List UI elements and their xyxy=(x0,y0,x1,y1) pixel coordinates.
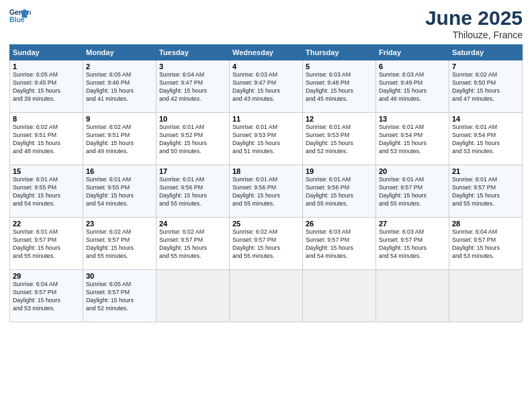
day-number: 25 xyxy=(232,220,300,228)
day-info: Sunrise: 6:01 AM Sunset: 9:57 PM Dayligh… xyxy=(13,228,80,261)
day-cell: 13Sunrise: 6:01 AM Sunset: 9:54 PM Dayli… xyxy=(376,113,449,165)
day-cell: 2Sunrise: 6:05 AM Sunset: 9:46 PM Daylig… xyxy=(83,60,157,113)
day-info: Sunrise: 6:01 AM Sunset: 9:53 PM Dayligh… xyxy=(232,124,300,156)
day-info: Sunrise: 6:03 AM Sunset: 9:57 PM Dayligh… xyxy=(306,228,373,261)
day-info: Sunrise: 6:05 AM Sunset: 9:46 PM Dayligh… xyxy=(86,71,153,103)
day-cell: 25Sunrise: 6:02 AM Sunset: 9:57 PM Dayli… xyxy=(230,218,303,270)
day-info: Sunrise: 6:04 AM Sunset: 9:47 PM Dayligh… xyxy=(159,71,226,103)
col-header-sunday: Sunday xyxy=(10,45,83,60)
day-info: Sunrise: 6:01 AM Sunset: 9:54 PM Dayligh… xyxy=(379,124,446,156)
day-cell: 19Sunrise: 6:01 AM Sunset: 9:56 PM Dayli… xyxy=(303,165,376,218)
week-row-5: 29Sunrise: 6:04 AM Sunset: 9:57 PM Dayli… xyxy=(10,270,523,322)
week-row-3: 15Sunrise: 6:01 AM Sunset: 9:55 PM Dayli… xyxy=(10,165,523,218)
week-row-2: 8Sunrise: 6:02 AM Sunset: 9:51 PM Daylig… xyxy=(10,113,523,165)
day-cell: 14Sunrise: 6:01 AM Sunset: 9:54 PM Dayli… xyxy=(449,113,523,165)
logo: General Blue xyxy=(9,7,31,26)
day-number: 24 xyxy=(159,220,226,228)
calendar-page: General Blue June 2025 Thilouze, France … xyxy=(0,0,532,411)
location-title: Thilouze, France xyxy=(425,30,523,40)
day-cell: 24Sunrise: 6:02 AM Sunset: 9:57 PM Dayli… xyxy=(157,218,230,270)
header: General Blue June 2025 Thilouze, France xyxy=(9,7,523,40)
day-cell: 22Sunrise: 6:01 AM Sunset: 9:57 PM Dayli… xyxy=(10,218,83,270)
day-cell: 18Sunrise: 6:01 AM Sunset: 9:56 PM Dayli… xyxy=(230,165,303,218)
week-row-1: 1Sunrise: 6:05 AM Sunset: 9:45 PM Daylig… xyxy=(10,60,523,113)
day-cell xyxy=(230,270,303,322)
col-header-saturday: Saturday xyxy=(449,45,523,60)
header-row: SundayMondayTuesdayWednesdayThursdayFrid… xyxy=(10,45,523,60)
day-info: Sunrise: 6:03 AM Sunset: 9:48 PM Dayligh… xyxy=(306,71,373,103)
col-header-wednesday: Wednesday xyxy=(230,45,303,60)
calendar-table: SundayMondayTuesdayWednesdayThursdayFrid… xyxy=(9,44,523,322)
day-info: Sunrise: 6:01 AM Sunset: 9:52 PM Dayligh… xyxy=(159,124,226,156)
day-cell: 3Sunrise: 6:04 AM Sunset: 9:47 PM Daylig… xyxy=(157,60,230,113)
day-cell: 28Sunrise: 6:04 AM Sunset: 9:57 PM Dayli… xyxy=(449,218,523,270)
day-number: 28 xyxy=(452,220,519,228)
day-info: Sunrise: 6:01 AM Sunset: 9:56 PM Dayligh… xyxy=(306,176,373,208)
day-info: Sunrise: 6:02 AM Sunset: 9:51 PM Dayligh… xyxy=(13,124,80,156)
day-cell xyxy=(376,270,449,322)
day-cell: 26Sunrise: 6:03 AM Sunset: 9:57 PM Dayli… xyxy=(303,218,376,270)
day-number: 20 xyxy=(379,167,446,175)
day-cell xyxy=(303,270,376,322)
day-number: 14 xyxy=(452,115,519,123)
day-cell: 15Sunrise: 6:01 AM Sunset: 9:55 PM Dayli… xyxy=(10,165,83,218)
day-number: 15 xyxy=(13,167,80,175)
day-number: 2 xyxy=(86,62,153,71)
day-cell: 11Sunrise: 6:01 AM Sunset: 9:53 PM Dayli… xyxy=(230,113,303,165)
day-number: 17 xyxy=(159,167,226,175)
day-cell xyxy=(157,270,230,322)
day-number: 13 xyxy=(379,115,446,123)
day-cell: 9Sunrise: 6:02 AM Sunset: 9:51 PM Daylig… xyxy=(83,113,157,165)
day-info: Sunrise: 6:01 AM Sunset: 9:57 PM Dayligh… xyxy=(452,176,519,208)
col-header-monday: Monday xyxy=(83,45,157,60)
day-cell: 7Sunrise: 6:02 AM Sunset: 9:50 PM Daylig… xyxy=(449,60,523,113)
day-info: Sunrise: 6:02 AM Sunset: 9:57 PM Dayligh… xyxy=(159,228,226,261)
day-info: Sunrise: 6:05 AM Sunset: 9:45 PM Dayligh… xyxy=(13,71,80,103)
day-number: 4 xyxy=(232,62,300,71)
day-number: 22 xyxy=(13,220,80,228)
title-block: June 2025 Thilouze, France xyxy=(425,7,523,40)
day-number: 5 xyxy=(306,62,373,71)
day-cell: 21Sunrise: 6:01 AM Sunset: 9:57 PM Dayli… xyxy=(449,165,523,218)
day-info: Sunrise: 6:01 AM Sunset: 9:54 PM Dayligh… xyxy=(452,124,519,156)
col-header-tuesday: Tuesday xyxy=(157,45,230,60)
day-info: Sunrise: 6:03 AM Sunset: 9:49 PM Dayligh… xyxy=(379,71,446,103)
day-cell: 5Sunrise: 6:03 AM Sunset: 9:48 PM Daylig… xyxy=(303,60,376,113)
day-info: Sunrise: 6:01 AM Sunset: 9:56 PM Dayligh… xyxy=(232,176,300,208)
day-cell: 30Sunrise: 6:05 AM Sunset: 9:57 PM Dayli… xyxy=(83,270,157,322)
month-title: June 2025 xyxy=(425,7,523,30)
day-info: Sunrise: 6:01 AM Sunset: 9:55 PM Dayligh… xyxy=(86,176,153,208)
day-info: Sunrise: 6:01 AM Sunset: 9:56 PM Dayligh… xyxy=(159,176,226,208)
day-number: 6 xyxy=(379,62,446,71)
day-number: 23 xyxy=(86,220,153,228)
day-cell: 12Sunrise: 6:01 AM Sunset: 9:53 PM Dayli… xyxy=(303,113,376,165)
day-info: Sunrise: 6:04 AM Sunset: 9:57 PM Dayligh… xyxy=(452,228,519,261)
day-number: 26 xyxy=(306,220,373,228)
day-info: Sunrise: 6:05 AM Sunset: 9:57 PM Dayligh… xyxy=(86,281,153,313)
day-info: Sunrise: 6:01 AM Sunset: 9:55 PM Dayligh… xyxy=(13,176,80,208)
day-info: Sunrise: 6:02 AM Sunset: 9:57 PM Dayligh… xyxy=(86,228,153,261)
day-number: 10 xyxy=(159,115,226,123)
day-number: 8 xyxy=(13,115,80,123)
day-info: Sunrise: 6:01 AM Sunset: 9:57 PM Dayligh… xyxy=(379,176,446,208)
day-info: Sunrise: 6:04 AM Sunset: 9:57 PM Dayligh… xyxy=(13,281,80,313)
day-number: 21 xyxy=(452,167,519,175)
day-cell: 4Sunrise: 6:03 AM Sunset: 9:47 PM Daylig… xyxy=(230,60,303,113)
day-cell: 16Sunrise: 6:01 AM Sunset: 9:55 PM Dayli… xyxy=(83,165,157,218)
day-info: Sunrise: 6:01 AM Sunset: 9:53 PM Dayligh… xyxy=(306,124,373,156)
day-cell: 17Sunrise: 6:01 AM Sunset: 9:56 PM Dayli… xyxy=(157,165,230,218)
day-cell: 10Sunrise: 6:01 AM Sunset: 9:52 PM Dayli… xyxy=(157,113,230,165)
day-number: 18 xyxy=(232,167,300,175)
logo-icon: General Blue xyxy=(9,7,31,26)
day-number: 16 xyxy=(86,167,153,175)
day-cell: 6Sunrise: 6:03 AM Sunset: 9:49 PM Daylig… xyxy=(376,60,449,113)
col-header-thursday: Thursday xyxy=(303,45,376,60)
day-info: Sunrise: 6:02 AM Sunset: 9:51 PM Dayligh… xyxy=(86,124,153,156)
week-row-4: 22Sunrise: 6:01 AM Sunset: 9:57 PM Dayli… xyxy=(10,218,523,270)
day-number: 1 xyxy=(13,62,80,71)
day-number: 11 xyxy=(232,115,300,123)
day-number: 12 xyxy=(306,115,373,123)
day-number: 7 xyxy=(452,62,519,71)
day-cell: 1Sunrise: 6:05 AM Sunset: 9:45 PM Daylig… xyxy=(10,60,83,113)
day-info: Sunrise: 6:03 AM Sunset: 9:57 PM Dayligh… xyxy=(379,228,446,261)
